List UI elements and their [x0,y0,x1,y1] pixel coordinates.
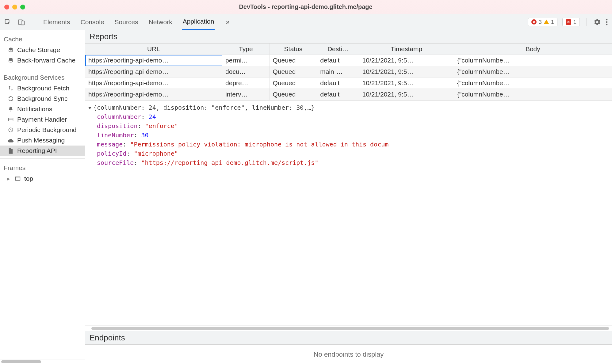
cell-ts: 10/21/2021, 9:5… [359,89,454,100]
tab-sources[interactable]: Sources [114,15,139,29]
sidebar-item-notifications[interactable]: Notifications [0,104,85,114]
cell-ts: 10/21/2021, 9:5… [359,66,454,78]
cell-url: https://reporting-api-demo… [85,66,222,78]
col-url[interactable]: URL [85,44,222,55]
svg-rect-8 [9,118,13,121]
toolbar-divider [34,18,34,26]
sidebar-item-periodic-bg[interactable]: Periodic Background [0,125,85,135]
cell-status: Queued [270,89,317,100]
file-icon [7,148,14,154]
collapse-toggle-icon[interactable] [88,107,91,109]
more-options-button[interactable] [606,19,608,25]
sidebar-item-label: Periodic Background [17,126,77,134]
col-type[interactable]: Type [222,44,270,55]
console-status-badge[interactable]: ✕ 3 1 [528,18,557,26]
cell-url: https://reporting-api-demo… [85,55,222,66]
warning-count: 1 [551,19,554,25]
table-row[interactable]: https://reporting-api-demo…permi…Queuedd… [85,55,612,66]
cell-dest: default [317,55,359,66]
sidebar-item-label: Push Messaging [17,137,65,144]
sidebar-item-label: Payment Handler [17,116,67,123]
reporting-api-panel: Reports URL Type Status Desti… Timestamp… [85,30,612,364]
col-timestamp[interactable]: Timestamp [359,44,454,55]
warning-icon [544,20,549,24]
cell-body: {"columnNumbe… [454,66,612,78]
cell-body: {"columnNumbe… [454,78,612,89]
devtools-toolbar: Elements Console Sources Network Applica… [0,14,612,30]
error-count: 3 [538,19,542,25]
cloud-icon [7,138,14,143]
endpoints-heading: Endpoints [85,331,612,345]
cell-type: docu… [222,66,270,78]
arrows-updown-icon [7,85,14,91]
sidebar-item-bg-fetch[interactable]: Background Fetch [0,83,85,93]
table-row[interactable]: https://reporting-api-demo…interv…Queued… [85,89,612,100]
sidebar-item-push-messaging[interactable]: Push Messaging [0,135,85,146]
tab-console[interactable]: Console [80,15,105,29]
scrollbar-thumb[interactable] [91,327,609,330]
svg-rect-10 [16,177,20,180]
cell-status: Queued [270,66,317,78]
cell-dest: main-… [317,66,359,78]
cell-dest: default [317,78,359,89]
sidebar-item-payment-handler[interactable]: Payment Handler [0,114,85,125]
sidebar-item-reporting-api[interactable]: Reporting API [0,146,85,156]
sidebar-item-label: Background Sync [17,95,68,102]
sidebar-item-label: Background Fetch [17,85,69,92]
expand-icon[interactable]: ▸ [7,175,10,182]
device-toolbar-icon[interactable] [18,19,25,25]
col-body[interactable]: Body [454,44,612,55]
svg-point-3 [606,19,608,20]
sidebar-item-frame-top[interactable]: ▸ top [0,173,85,184]
cell-status: Queued [270,78,317,89]
card-icon [7,117,14,122]
table-row[interactable]: https://reporting-api-demo…docu…Queuedma… [85,66,612,78]
window-titlebar: DevTools - reporting-api-demo.glitch.me/… [0,0,612,14]
cell-type: depre… [222,78,270,89]
sidebar-heading-frames: Frames [0,161,85,173]
cell-body: {"columnNumbe… [454,55,612,66]
sidebar-horizontal-scrollbar[interactable] [0,359,85,364]
sidebar-item-label: Reporting API [17,147,57,154]
sidebar-item-label: top [24,175,33,182]
detail-horizontal-scrollbar[interactable] [85,325,612,331]
cell-url: https://reporting-api-demo… [85,78,222,89]
cell-dest: default [317,89,359,100]
sync-icon [7,96,14,101]
more-tabs-button[interactable]: » [224,18,231,26]
reports-table: URL Type Status Desti… Timestamp Body ht… [85,44,612,100]
settings-button[interactable] [594,18,601,26]
scrollbar-thumb[interactable] [1,360,41,363]
sidebar-item-label: Cache Storage [17,46,60,54]
database-icon [7,47,14,53]
cell-type: interv… [222,89,270,100]
cell-url: https://reporting-api-demo… [85,89,222,100]
frame-icon [14,176,21,181]
sidebar-item-label: Back-forward Cache [17,57,75,64]
detail-summary-line[interactable]: {columnNumber: 24, disposition: "enforce… [88,103,608,112]
table-row[interactable]: https://reporting-api-demo…depre…Queuedd… [85,78,612,89]
col-destination[interactable]: Desti… [317,44,359,55]
error-icon: ✕ [531,19,537,25]
inspect-element-icon[interactable] [4,19,11,25]
window-title: DevTools - reporting-api-demo.glitch.me/… [4,3,608,10]
sidebar-item-cache-storage[interactable]: Cache Storage [0,45,85,55]
sidebar-item-bfcache[interactable]: Back-forward Cache [0,55,85,66]
issues-count: 1 [573,19,576,25]
tab-elements[interactable]: Elements [43,15,71,29]
application-sidebar: Cache Cache Storage Back-forward Cache B… [0,30,85,364]
tab-application[interactable]: Application [182,14,215,30]
toolbar-divider [587,18,587,26]
col-status[interactable]: Status [270,44,317,55]
tab-network[interactable]: Network [148,15,173,29]
cell-ts: 10/21/2021, 9:5… [359,78,454,89]
svg-rect-2 [21,21,24,25]
database-icon [7,58,14,63]
panel-tabs: Elements Console Sources Network Applica… [43,14,231,30]
cell-type: permi… [222,55,270,66]
issues-icon: ✕ [566,19,571,25]
svg-point-5 [606,24,608,25]
sidebar-item-bg-sync[interactable]: Background Sync [0,93,85,104]
svg-point-4 [606,21,608,23]
issues-badge[interactable]: ✕ 1 [562,18,580,26]
